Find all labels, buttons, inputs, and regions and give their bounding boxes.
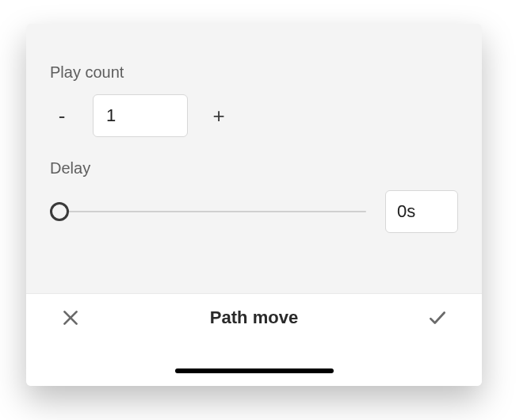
path-move-panel: Play count - + Delay — [26, 24, 482, 386]
delay-row — [50, 190, 458, 233]
delay-slider[interactable] — [50, 200, 366, 223]
panel-footer: Path move — [26, 293, 482, 386]
play-count-label: Play count — [50, 63, 458, 82]
delay-label: Delay — [50, 159, 458, 178]
play-count-row: - + — [50, 94, 458, 137]
panel-title: Path move — [210, 307, 298, 328]
cancel-button[interactable] — [59, 307, 82, 329]
close-icon — [60, 307, 81, 328]
play-count-input[interactable] — [93, 94, 188, 137]
footer-bar: Path move — [26, 294, 482, 329]
delay-slider-track — [50, 211, 366, 212]
confirm-button[interactable] — [426, 307, 449, 329]
delay-value-input[interactable] — [385, 190, 458, 233]
check-icon — [427, 307, 448, 328]
play-count-decrement[interactable]: - — [50, 104, 74, 128]
play-count-increment[interactable]: + — [207, 104, 231, 128]
panel-content: Play count - + Delay — [26, 24, 482, 293]
delay-slider-thumb[interactable] — [50, 202, 69, 221]
home-indicator[interactable] — [175, 368, 334, 373]
